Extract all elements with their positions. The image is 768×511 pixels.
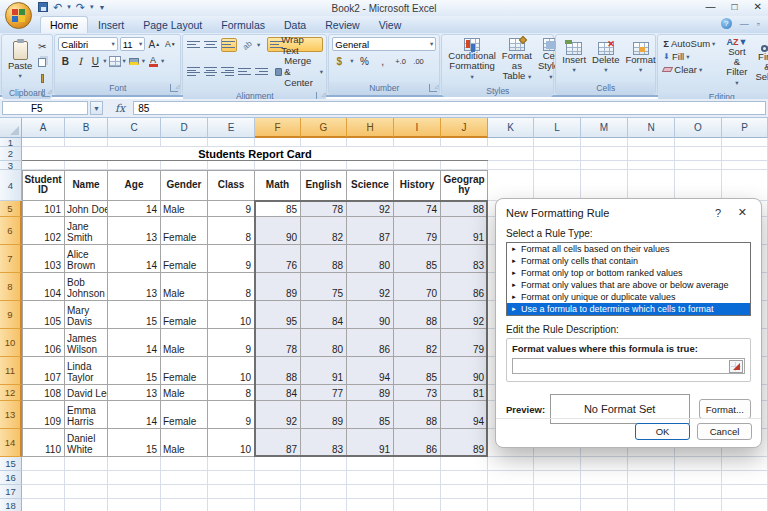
delete-cells-button[interactable]: ✕ Delete▾ [589,37,622,80]
cell[interactable]: 91 [441,217,488,245]
middle-align-icon[interactable] [204,38,218,52]
cell[interactable]: 92 [255,401,301,429]
cell[interactable]: 86 [394,429,441,457]
tab-page-layout[interactable]: Page Layout [134,17,211,33]
cell[interactable]: Female [161,217,208,245]
sheet-title-cell[interactable]: Students Report Card [22,147,488,161]
table-header-science[interactable]: Science [347,170,394,201]
cell[interactable]: 103 [22,245,65,273]
cell[interactable]: 86 [441,273,488,301]
row-header-7[interactable]: 7 [0,245,22,273]
column-header-M[interactable]: M [581,118,628,138]
cell[interactable]: Linda Taylor [65,357,108,385]
table-header-age[interactable]: Age [108,170,161,201]
cell[interactable]: Alice Brown [65,245,108,273]
dialog-close-icon[interactable]: ✕ [738,206,747,219]
select-all-corner[interactable] [0,118,22,138]
column-header-E[interactable]: E [208,118,255,138]
cell[interactable]: 15 [108,301,161,329]
top-align-icon[interactable] [186,38,200,52]
font-size-select[interactable]: 11▾ [120,37,146,51]
column-header-A[interactable]: A [22,118,65,138]
tab-insert[interactable]: Insert [89,17,133,33]
rule-type-option[interactable]: ►Use a formula to determine which cells … [507,303,750,315]
fill-color-button[interactable] [127,54,141,68]
column-header-H[interactable]: H [347,118,394,138]
row-header-8[interactable]: 8 [0,273,22,301]
close-button[interactable]: ✕ [754,1,762,12]
help-icon[interactable]: ? [721,18,732,29]
cell[interactable]: 14 [108,245,161,273]
cell[interactable]: 83 [441,245,488,273]
increase-indent-icon[interactable] [254,65,268,79]
cell[interactable]: 88 [394,301,441,329]
cell[interactable]: 77 [301,385,347,401]
cell[interactable]: 9 [208,201,255,217]
cell[interactable]: 14 [108,401,161,429]
cell[interactable]: 83 [301,429,347,457]
cell[interactable]: 10 [208,301,255,329]
cell[interactable]: 82 [301,217,347,245]
rule-type-option[interactable]: ►Format only values that are above or be… [507,279,750,291]
rule-type-option[interactable]: ►Format only unique or duplicate values [507,291,750,303]
cell[interactable]: 102 [22,217,65,245]
cell[interactable]: 107 [22,357,65,385]
font-color-button[interactable]: A [146,54,160,68]
cell[interactable]: 9 [208,245,255,273]
table-header-geography[interactable]: Geography [441,170,488,201]
customize-qat-icon[interactable]: ▼ [98,4,105,11]
cell[interactable]: 15 [108,357,161,385]
column-header-L[interactable]: L [534,118,581,138]
border-button[interactable] [108,54,122,68]
cell[interactable]: James Wilson [65,329,108,357]
insert-cells-button[interactable]: Insert▾ [559,37,589,80]
row-header-1[interactable]: 1 [0,138,22,147]
italic-button[interactable]: I [73,54,87,68]
cell[interactable]: 109 [22,401,65,429]
cell[interactable]: 84 [301,301,347,329]
column-header-N[interactable]: N [628,118,675,138]
cell[interactable]: John Doe [65,201,108,217]
find-select-button[interactable]: Find & Selec [752,37,768,89]
cell[interactable]: 10 [208,429,255,457]
cell[interactable]: 15 [108,429,161,457]
cell[interactable]: 108 [22,385,65,401]
row-header-4[interactable]: 4 [0,170,22,201]
wrap-text-button[interactable]: Wrap Text [267,37,323,52]
cell[interactable]: 87 [347,217,394,245]
cell[interactable]: Male [161,273,208,301]
table-header-english[interactable]: English [301,170,347,201]
cell[interactable]: 76 [255,245,301,273]
accounting-format-icon[interactable]: $ [332,54,346,68]
cell[interactable]: 106 [22,329,65,357]
cell[interactable]: 86 [347,329,394,357]
row-header-11[interactable]: 11 [0,357,22,385]
cell[interactable]: Female [161,245,208,273]
cell[interactable]: Female [161,301,208,329]
cell[interactable]: 9 [208,329,255,357]
cell[interactable]: Mary Davis [65,301,108,329]
column-header-G[interactable]: G [301,118,347,138]
table-header-name[interactable]: Name [65,170,108,201]
cell[interactable]: 85 [255,201,301,217]
row-header-16[interactable]: 16 [0,471,22,485]
cell[interactable]: 78 [301,201,347,217]
cell[interactable]: 91 [301,357,347,385]
cell[interactable]: 8 [208,217,255,245]
range-picker-icon[interactable] [729,360,743,373]
cell[interactable]: 14 [108,201,161,217]
rule-type-option[interactable]: ►Format only top or bottom ranked values [507,267,750,279]
cell[interactable]: 10 [208,357,255,385]
cell[interactable]: 70 [394,273,441,301]
cell[interactable]: Male [161,385,208,401]
table-header-student-id[interactable]: Student ID [22,170,65,201]
cell[interactable]: 92 [347,273,394,301]
cell[interactable]: Female [161,401,208,429]
cell[interactable]: David Lee [65,385,108,401]
column-header-P[interactable]: P [722,118,768,138]
cell[interactable]: Male [161,201,208,217]
formula-input[interactable]: 85 [133,101,766,115]
cell[interactable]: 75 [301,273,347,301]
row-header-6[interactable]: 6 [0,217,22,245]
save-icon[interactable] [38,2,48,12]
